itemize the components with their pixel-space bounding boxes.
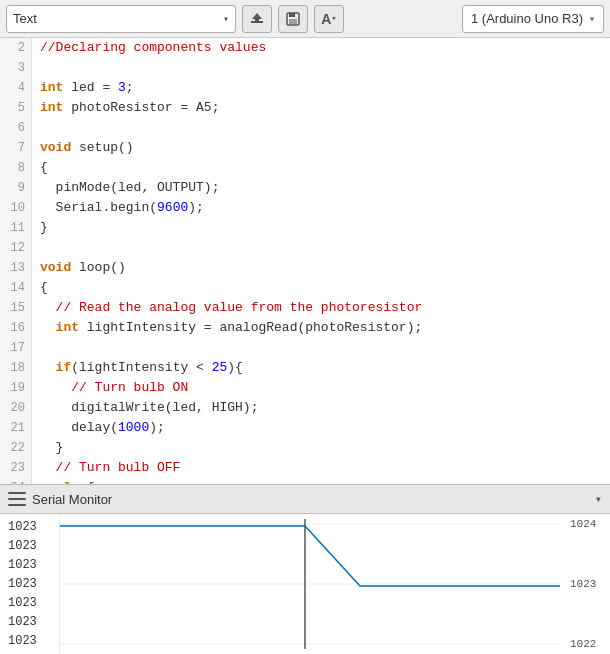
code-line	[40, 338, 602, 358]
serial-value: 1023	[8, 632, 59, 651]
board-label: 1 (Arduino Uno R3)	[471, 11, 583, 26]
board-selector[interactable]: 1 (Arduino Uno R3) ▾	[462, 5, 604, 33]
serial-monitor-label: Serial Monitor	[32, 492, 112, 507]
line-number: 16	[4, 318, 25, 338]
svg-marker-1	[252, 13, 262, 21]
code-line: // Turn bulb OFF	[40, 458, 602, 478]
sketch-label: Text	[13, 11, 219, 26]
line-number: 7	[4, 138, 25, 158]
font-button[interactable]: A ▾	[314, 5, 344, 33]
line-number: 12	[4, 238, 25, 258]
code-line: void setup()	[40, 138, 602, 158]
line-number: 5	[4, 98, 25, 118]
upload-button[interactable]	[242, 5, 272, 33]
line-number: 10	[4, 198, 25, 218]
line-numbers: 2345678910111213141516171819202122232425…	[0, 38, 32, 484]
line-number: 3	[4, 58, 25, 78]
serial-chart	[60, 514, 610, 654]
serial-value: 1023	[8, 556, 59, 575]
code-line	[40, 238, 602, 258]
line-number: 11	[4, 218, 25, 238]
serial-value: 1023	[8, 594, 59, 613]
line-number: 13	[4, 258, 25, 278]
serial-value: 1023	[8, 613, 59, 632]
board-dropdown-arrow: ▾	[589, 13, 595, 25]
serial-monitor-content: 1023102310231023102310231023 10241023102…	[0, 514, 610, 654]
line-number: 8	[4, 158, 25, 178]
code-line: digitalWrite(led, HIGH);	[40, 398, 602, 418]
editor-area: 2345678910111213141516171819202122232425…	[0, 38, 610, 484]
code-line: }	[40, 438, 602, 458]
serial-value: 1023	[8, 537, 59, 556]
monitor-icon-line1	[8, 492, 26, 494]
monitor-icon-line2	[8, 498, 26, 500]
serial-value: 1023	[8, 575, 59, 594]
font-dropdown-arrow: ▾	[331, 13, 336, 24]
code-line: {	[40, 278, 602, 298]
serial-chart-area: 102410231022	[60, 514, 610, 654]
serial-monitor-bar: Serial Monitor ▾	[0, 484, 610, 514]
serial-monitor-icon	[8, 492, 26, 506]
line-number: 9	[4, 178, 25, 198]
line-number: 2	[4, 38, 25, 58]
code-content[interactable]: //Declaring components values int led = …	[32, 38, 610, 484]
code-line: // Turn bulb ON	[40, 378, 602, 398]
code-line: {	[40, 158, 602, 178]
font-icon: A	[321, 11, 331, 27]
code-line: //Declaring components values	[40, 38, 602, 58]
code-line: void loop()	[40, 258, 602, 278]
line-number: 20	[4, 398, 25, 418]
line-number: 15	[4, 298, 25, 318]
code-line: Serial.begin(9600);	[40, 198, 602, 218]
upload-icon	[249, 11, 265, 27]
line-number: 14	[4, 278, 25, 298]
serial-monitor-dropdown[interactable]: ▾	[595, 492, 602, 507]
code-line: int led = 3;	[40, 78, 602, 98]
line-number: 19	[4, 378, 25, 398]
code-container[interactable]: 2345678910111213141516171819202122232425…	[0, 38, 610, 484]
line-number: 18	[4, 358, 25, 378]
line-number: 17	[4, 338, 25, 358]
line-number: 23	[4, 458, 25, 478]
line-number: 22	[4, 438, 25, 458]
code-line	[40, 118, 602, 138]
line-number: 4	[4, 78, 25, 98]
code-line: int photoResistor = A5;	[40, 98, 602, 118]
code-line: if(lightIntensity < 25){	[40, 358, 602, 378]
serial-values: 1023102310231023102310231023	[0, 514, 60, 654]
svg-rect-4	[289, 19, 297, 24]
save-icon	[285, 11, 301, 27]
code-line: }	[40, 218, 602, 238]
serial-value: 1023	[8, 518, 59, 537]
svg-rect-3	[289, 13, 295, 17]
line-number: 21	[4, 418, 25, 438]
sketch-dropdown-arrow: ▾	[223, 13, 229, 25]
code-line: int lightIntensity = analogRead(photoRes…	[40, 318, 602, 338]
code-line	[40, 58, 602, 78]
code-line: // Read the analog value from the photor…	[40, 298, 602, 318]
code-line: pinMode(led, OUTPUT);	[40, 178, 602, 198]
code-line: delay(1000);	[40, 418, 602, 438]
sketch-selector[interactable]: Text ▾	[6, 5, 236, 33]
line-number: 6	[4, 118, 25, 138]
monitor-icon-line3	[8, 504, 26, 506]
svg-rect-0	[251, 21, 263, 23]
save-button[interactable]	[278, 5, 308, 33]
toolbar: Text ▾ A ▾ 1 (Arduino Uno R3) ▾	[0, 0, 610, 38]
